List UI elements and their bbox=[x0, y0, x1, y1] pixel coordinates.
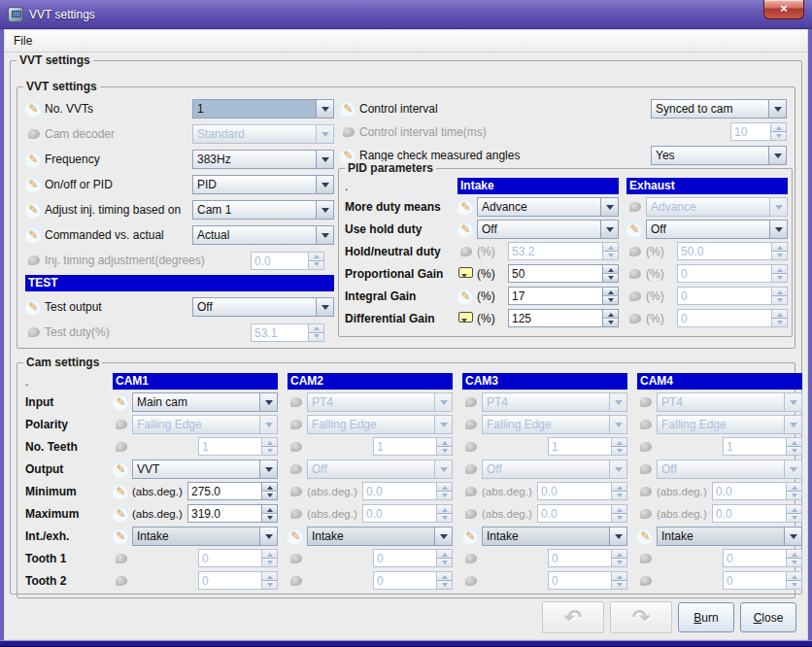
pid-row-integral-gain: Integral Gain (%)17 (%)0 bbox=[345, 285, 788, 307]
spinner-up-icon bbox=[437, 550, 452, 558]
cam4-input-dropdown: PT4 bbox=[657, 392, 802, 412]
pid-row-label: Proportional Gain bbox=[345, 267, 450, 281]
outer-vvt-settings-group: VVT settings VVT settings No. VVTs 1 Cam… bbox=[10, 53, 802, 595]
spinner-up-icon bbox=[772, 243, 787, 251]
close-window-button[interactable]: × bbox=[763, 0, 804, 19]
spinner-down-icon bbox=[612, 446, 626, 455]
hold-duty-intake-value: 53.2 bbox=[509, 243, 602, 259]
spinner-down-icon bbox=[771, 131, 786, 140]
edit-icon-disabled bbox=[462, 417, 479, 432]
spinner-down-icon[interactable] bbox=[603, 318, 618, 326]
cam1-minimum-value: 275.0 bbox=[188, 483, 261, 499]
cam-header-row: . CAM1 CAM2 CAM3 CAM4 bbox=[25, 372, 791, 391]
frequency-dropdown[interactable]: 383Hz bbox=[192, 150, 334, 169]
edit-icon bbox=[25, 227, 42, 243]
cam-row-label: Output bbox=[25, 462, 103, 476]
cam-row-polarity: Polarity Falling Edge Falling Edge Falli… bbox=[25, 413, 791, 435]
no-vvts-value: 1 bbox=[193, 100, 316, 118]
cam2-input-value: PT4 bbox=[308, 393, 434, 411]
abs-deg-unit-label: (abs.deg.) bbox=[132, 486, 187, 497]
spinner-down-icon bbox=[787, 446, 801, 455]
spinner-up-icon[interactable] bbox=[603, 310, 618, 318]
edit-icon-disabled bbox=[25, 253, 42, 268]
edit-icon-disabled bbox=[288, 506, 304, 522]
edit-icon bbox=[25, 177, 42, 192]
dropdown-arrow-icon bbox=[784, 460, 801, 478]
edit-icon bbox=[113, 528, 129, 544]
cam-decoder-dropdown: Standard bbox=[192, 124, 334, 144]
spinner-down-icon[interactable] bbox=[262, 491, 277, 499]
cam1-minimum-spinner[interactable]: 275.0 bbox=[187, 482, 278, 500]
cam-row-tooth2: Tooth 2 0 0 0 0 bbox=[25, 569, 791, 592]
row-commanded-vs-actual: Commanded vs. actual Actual bbox=[25, 222, 334, 248]
spinner-up-icon[interactable] bbox=[262, 505, 277, 513]
edit-icon-disabled bbox=[637, 484, 654, 499]
i-gain-intake-spinner[interactable]: 17 bbox=[508, 287, 619, 305]
cam4-polarity-value: Falling Edge bbox=[658, 416, 784, 433]
menu-file[interactable]: File bbox=[5, 31, 41, 51]
spinner-up-icon[interactable] bbox=[603, 288, 618, 295]
no-vvts-dropdown[interactable]: 1 bbox=[192, 99, 334, 119]
cam-row-label: Minimum bbox=[25, 485, 103, 498]
adjust-inj-dropdown[interactable]: Cam 1 bbox=[192, 200, 334, 220]
p-gain-intake-spinner[interactable]: 50 bbox=[508, 264, 619, 283]
frequency-label: Frequency bbox=[45, 153, 100, 166]
footer-button-bar: ↶ ↷ Burn Close bbox=[542, 601, 796, 633]
test-duty-spinner: 53.1 bbox=[251, 324, 324, 342]
test-duty-label: Test duty(%) bbox=[45, 325, 110, 339]
edit-icon-disabled bbox=[288, 484, 304, 499]
cam1-teeth-spinner: 1 bbox=[198, 437, 278, 456]
burn-button[interactable]: Burn bbox=[678, 602, 734, 632]
edit-icon-disabled bbox=[457, 244, 474, 259]
cam1-output-dropdown[interactable]: VVT bbox=[132, 460, 278, 479]
spinner-up-icon bbox=[612, 438, 626, 446]
edit-icon-disabled bbox=[462, 439, 479, 455]
cam-row-label: Int./exh. bbox=[25, 529, 103, 543]
cam-row-label: Tooth 2 bbox=[25, 574, 103, 588]
use-hold-exhaust-dropdown[interactable]: Off bbox=[646, 220, 788, 239]
spinner-down-icon bbox=[437, 558, 452, 566]
close-button[interactable]: Close bbox=[740, 602, 796, 632]
cam4-intexh-value: Intake bbox=[658, 528, 784, 545]
onoff-pid-label: On/off or PID bbox=[45, 178, 113, 191]
cam1-input-dropdown[interactable]: Main cam bbox=[132, 392, 278, 412]
more-duty-intake-dropdown[interactable]: Advance bbox=[477, 197, 619, 217]
cam4-intexh-dropdown[interactable]: Intake bbox=[657, 527, 802, 546]
spinner-down-icon bbox=[309, 332, 323, 341]
cam4-minimum-spinner: 0.0 bbox=[712, 482, 802, 500]
cam2-tooth1-value: 0 bbox=[374, 550, 436, 566]
dropdown-arrow-icon bbox=[768, 100, 786, 118]
d-gain-intake-spinner[interactable]: 125 bbox=[508, 309, 619, 327]
control-interval-dropdown[interactable]: Synced to cam bbox=[651, 99, 787, 119]
cam3-intexh-dropdown[interactable]: Intake bbox=[482, 527, 627, 546]
spinner-up-icon[interactable] bbox=[603, 265, 618, 273]
spinner-down-icon[interactable] bbox=[603, 273, 618, 282]
edit-icon bbox=[113, 484, 129, 499]
cam4-output-dropdown: Off bbox=[657, 460, 802, 479]
spinner-up-icon[interactable] bbox=[262, 483, 277, 491]
dropdown-arrow-icon bbox=[316, 125, 333, 143]
spinner-up-icon bbox=[771, 123, 786, 131]
spinner-up-icon bbox=[787, 505, 801, 513]
use-hold-intake-dropdown[interactable]: Off bbox=[477, 220, 619, 239]
edit-icon-disabled bbox=[462, 551, 479, 566]
cmd-vs-actual-dropdown[interactable]: Actual bbox=[192, 225, 334, 245]
cam1-maximum-spinner[interactable]: 319.0 bbox=[187, 504, 278, 523]
cam-row-label: No. Teeth bbox=[25, 440, 103, 454]
inj-adjustment-label: Inj. timing adjustment(degrees) bbox=[45, 254, 205, 267]
cam1-intexh-dropdown[interactable]: Intake bbox=[132, 527, 278, 546]
spinner-down-icon[interactable] bbox=[603, 295, 618, 304]
test-output-dropdown[interactable]: Off bbox=[192, 297, 334, 317]
cam-row-maximum: Maximum (abs.deg.)319.0 (abs.deg.)0.0 (a… bbox=[25, 502, 791, 525]
window-body: File VVT settings VVT settings No. VVTs … bbox=[4, 29, 808, 640]
cam2-intexh-dropdown[interactable]: Intake bbox=[307, 527, 453, 546]
spinner-down-icon[interactable] bbox=[262, 513, 277, 522]
cam3-teeth-spinner: 1 bbox=[548, 437, 627, 456]
cam2-minimum-spinner: 0.0 bbox=[362, 482, 453, 500]
dropdown-arrow-icon bbox=[434, 393, 452, 411]
edit-icon bbox=[340, 101, 356, 117]
edit-icon-disabled bbox=[626, 266, 643, 282]
cam4-teeth-value: 1 bbox=[724, 438, 786, 455]
onoff-pid-dropdown[interactable]: PID bbox=[192, 175, 334, 194]
hold-duty-exhaust-spinner: 50.0 bbox=[677, 242, 788, 260]
